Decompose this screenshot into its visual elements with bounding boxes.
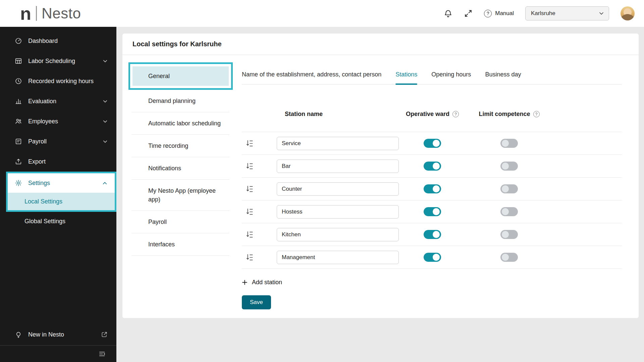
- topbar-actions: ? Manual Karlsruhe: [444, 6, 635, 20]
- sidebar-item-label: Payroll: [28, 138, 47, 145]
- sidebar-item-new-in-nesto[interactable]: New in Nesto: [0, 324, 116, 345]
- add-station-button[interactable]: Add station: [242, 279, 282, 286]
- lightbulb-icon: [15, 331, 22, 338]
- station-name-input[interactable]: [277, 137, 399, 150]
- payroll-document-icon: [15, 138, 22, 145]
- settings-nav-interfaces[interactable]: Interfaces: [131, 233, 229, 256]
- sidebar-item-evaluation[interactable]: Evaluation: [0, 91, 116, 111]
- manual-label: Manual: [495, 10, 514, 17]
- chevron-down-icon: [103, 99, 108, 104]
- stations-table-header: Station name Operative ward ? Limit comp…: [242, 111, 622, 118]
- schedule-grid-icon: [15, 57, 22, 65]
- settings-nav-payroll[interactable]: Payroll: [131, 211, 229, 233]
- settings-nav-notifications[interactable]: Notifications: [131, 157, 229, 180]
- limit-competence-toggle[interactable]: [500, 207, 518, 216]
- operative-ward-toggle[interactable]: [424, 139, 441, 148]
- sidebar-nav: Dashboard Labor Scheduling Recorded work…: [0, 27, 116, 231]
- tab-business-day[interactable]: Business day: [485, 71, 521, 78]
- operative-ward-toggle[interactable]: [424, 230, 441, 239]
- sidebar-item-local-settings[interactable]: Local Settings: [8, 193, 115, 210]
- sidebar-subitem-label: Global Settings: [24, 218, 65, 225]
- tab-opening-hours[interactable]: Opening hours: [431, 71, 471, 78]
- column-station-name: Station name: [277, 111, 399, 118]
- operative-ward-toggle[interactable]: [424, 162, 441, 171]
- station-row: [242, 223, 622, 246]
- notifications-bell-icon[interactable]: [444, 9, 452, 18]
- station-name-input[interactable]: [277, 160, 399, 173]
- manual-link[interactable]: ? Manual: [484, 10, 514, 17]
- page-title: Local settings for Karlsruhe: [132, 40, 222, 48]
- drag-sort-icon[interactable]: [242, 253, 255, 262]
- limit-competence-toggle[interactable]: [500, 184, 518, 193]
- drag-sort-icon[interactable]: [242, 207, 255, 216]
- main-area: Local settings for Karlsruhe General Dem…: [116, 27, 644, 362]
- sidebar-item-payroll[interactable]: Payroll: [0, 131, 116, 152]
- export-icon: [15, 158, 22, 165]
- sidebar-item-label: Settings: [28, 180, 50, 187]
- help-circle-icon: ?: [484, 10, 492, 17]
- sidebar-item-labor-scheduling[interactable]: Labor Scheduling: [0, 51, 116, 71]
- avatar[interactable]: [621, 6, 635, 20]
- sidebar: Dashboard Labor Scheduling Recorded work…: [0, 27, 116, 362]
- sidebar-item-label: Evaluation: [28, 98, 56, 105]
- operative-ward-toggle[interactable]: [424, 253, 441, 262]
- help-icon[interactable]: ?: [533, 111, 540, 117]
- operative-ward-toggle[interactable]: [424, 207, 441, 216]
- sidebar-item-global-settings[interactable]: Global Settings: [0, 212, 116, 231]
- stations-table: [242, 132, 622, 269]
- plus-icon: [242, 280, 248, 285]
- drag-sort-icon[interactable]: [242, 139, 255, 148]
- column-label: Operative ward: [406, 111, 449, 118]
- fullscreen-icon[interactable]: [464, 9, 473, 18]
- sidebar-item-settings[interactable]: Settings: [8, 173, 115, 193]
- sidebar-collapse-bar: [0, 345, 116, 362]
- tab-establishment[interactable]: Name of the establishment, address, cont…: [242, 71, 381, 78]
- local-settings-card: Local settings for Karlsruhe General Dem…: [122, 34, 639, 318]
- settings-nav-my-nesto-app[interactable]: My Nesto App (employee app): [131, 180, 229, 211]
- save-button[interactable]: Save: [242, 295, 271, 309]
- help-icon[interactable]: ?: [452, 111, 459, 117]
- card-header: Local settings for Karlsruhe: [122, 34, 639, 55]
- topbar: n Nesto ? Manual Karlsruhe: [0, 0, 644, 27]
- tabs: Name of the establishment, address, cont…: [242, 71, 622, 84]
- limit-competence-toggle[interactable]: [500, 139, 518, 148]
- drag-sort-icon[interactable]: [242, 230, 255, 239]
- sidebar-item-label: Labor Scheduling: [28, 58, 75, 65]
- operative-ward-toggle[interactable]: [424, 184, 441, 193]
- drag-sort-icon[interactable]: [242, 185, 255, 193]
- station-name-input[interactable]: [277, 205, 399, 219]
- station-name-input[interactable]: [277, 228, 399, 241]
- sidebar-item-employees[interactable]: Employees: [0, 111, 116, 131]
- limit-competence-toggle[interactable]: [500, 230, 518, 239]
- external-link-icon: [101, 331, 108, 338]
- station-name-input[interactable]: [277, 182, 399, 196]
- sidebar-item-label: Dashboard: [28, 38, 58, 45]
- sidebar-item-export[interactable]: Export: [0, 152, 116, 172]
- settings-nav-general[interactable]: General: [132, 66, 229, 86]
- gear-icon: [15, 179, 22, 187]
- annotation-highlight-settings: Settings Local Settings: [6, 172, 116, 212]
- station-row: [242, 178, 622, 200]
- column-label: Limit competence: [479, 111, 530, 118]
- settings-nav-automatic-labor-scheduling[interactable]: Automatic labor scheduling: [131, 112, 229, 135]
- add-station-label: Add station: [252, 279, 282, 286]
- chevron-down-icon: [103, 119, 108, 124]
- location-select[interactable]: Karlsruhe: [525, 6, 609, 20]
- limit-competence-toggle[interactable]: [500, 162, 518, 171]
- sidebar-item-recorded-working-hours[interactable]: Recorded working hours: [0, 71, 116, 91]
- station-row: [242, 246, 622, 269]
- chevron-down-icon: [599, 11, 604, 16]
- station-name-input[interactable]: [277, 251, 399, 264]
- chevron-up-icon: [102, 181, 107, 186]
- drag-sort-icon[interactable]: [242, 162, 255, 171]
- tab-stations[interactable]: Stations: [395, 71, 417, 78]
- limit-competence-toggle[interactable]: [500, 253, 518, 262]
- settings-nav-demand-planning[interactable]: Demand planning: [131, 90, 229, 112]
- station-row: [242, 200, 622, 223]
- dashboard-icon: [15, 37, 22, 45]
- sidebar-item-dashboard[interactable]: Dashboard: [0, 31, 116, 51]
- settings-nav-time-recording[interactable]: Time recording: [131, 135, 229, 157]
- collapse-sidebar-icon[interactable]: [98, 350, 106, 358]
- chevron-down-icon: [103, 59, 108, 64]
- bar-chart-icon: [15, 98, 22, 105]
